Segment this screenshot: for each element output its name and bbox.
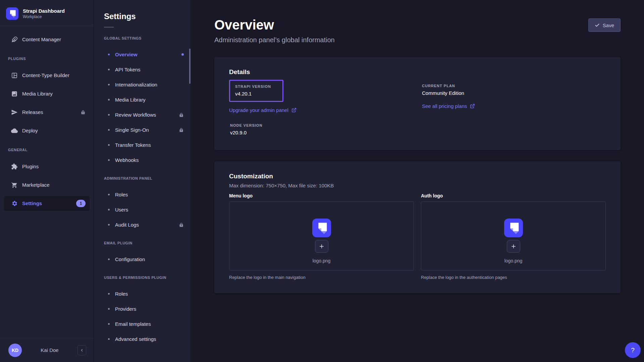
sidebar-section-header: PLUGINS	[8, 55, 86, 62]
avatar[interactable]: KD	[8, 344, 22, 357]
settings-nav-item-review-workflows[interactable]: Review Workflows	[94, 107, 191, 122]
settings-nav-item-configuration[interactable]: Configuration	[94, 252, 191, 267]
add-menu-logo-button[interactable]	[315, 240, 328, 253]
settings-nav-item-users[interactable]: Users	[94, 202, 191, 217]
bullet-icon	[108, 114, 110, 116]
customization-card-title: Customization	[229, 173, 606, 180]
sidebar-item-label: Media Library	[22, 91, 53, 97]
customization-card-subtitle: Max dimension: 750×750, Max file size: 1…	[229, 183, 606, 188]
sidebar-item-content-type-builder[interactable]: Content-Type Builder	[4, 68, 90, 83]
upgrade-link-label: Upgrade your admin panel	[229, 107, 288, 113]
subnav-scrollbar-thumb[interactable]	[189, 49, 191, 84]
settings-nav-item-single-sign-on[interactable]: Single Sign-On	[94, 122, 191, 137]
page-header: Overview Administration panel’s global i…	[214, 17, 621, 44]
sidebar-item-deploy[interactable]: Deploy	[4, 123, 90, 138]
app-root: Strapi Dashboard Workplace Content Manag…	[0, 0, 644, 362]
feather-icon	[11, 36, 18, 43]
strapi-version-highlight: STRAPI VERSION v4.20.1	[229, 80, 283, 102]
gear-icon	[11, 200, 18, 207]
settings-nav-item-label: Review Workflows	[115, 112, 156, 118]
table-row: Content Manager	[0, 30, 94, 49]
settings-section-header: ADMINISTRATION PANEL	[104, 175, 180, 181]
settings-notification-badge: 1	[76, 200, 86, 207]
pricing-link-label: See all pricing plans	[422, 103, 467, 109]
settings-nav-item-transfer-tokens[interactable]: Transfer Tokens	[94, 137, 191, 153]
settings-nav-item-label: Audit Logs	[115, 222, 139, 228]
bullet-icon	[108, 258, 110, 260]
sidebar-item-content-manager[interactable]: Content Manager	[4, 32, 90, 47]
settings-nav-item-advanced-settings[interactable]: Advanced settings	[94, 331, 191, 347]
settings-nav-item-label: Roles	[115, 291, 128, 297]
settings-nav-item-label: Overview	[115, 52, 138, 57]
bullet-icon	[108, 293, 110, 295]
image-icon	[11, 90, 18, 97]
sidebar-item-label: Deploy	[22, 128, 38, 133]
help-button[interactable]: ?	[625, 342, 641, 358]
customization-card: Customization Max dimension: 750×750, Ma…	[214, 161, 621, 293]
menu-logo-upload-box[interactable]: logo.png	[229, 201, 414, 270]
settings-nav-item-label: Media Library	[115, 97, 146, 103]
bullet-icon	[108, 144, 110, 146]
pricing-plans-link[interactable]: See all pricing plans	[422, 103, 475, 109]
workspace-brand[interactable]: Strapi Dashboard Workplace	[0, 0, 94, 26]
settings-nav-item-api-tokens[interactable]: API Tokens	[94, 62, 191, 77]
settings-nav-item-roles[interactable]: Roles	[94, 286, 191, 301]
settings-nav-item-label: Configuration	[115, 256, 145, 262]
strapi-version-label: STRAPI VERSION	[235, 84, 271, 88]
bullet-icon	[108, 84, 110, 85]
bullet-icon	[108, 224, 110, 226]
table-row: Media Library	[0, 84, 94, 103]
settings-section-header: EMAIL PLUGIN	[104, 240, 180, 246]
settings-nav-item-media-library[interactable]: Media Library	[94, 92, 191, 107]
table-row: Plugins	[0, 157, 94, 176]
sidebar-section-header: GENERAL	[8, 146, 86, 153]
settings-nav-item-label: Email templates	[115, 321, 151, 327]
main-sidebar: Strapi Dashboard Workplace Content Manag…	[0, 0, 94, 362]
sidebar-footer: KD Kai Doe	[0, 338, 94, 362]
collapse-sidebar-button[interactable]	[77, 345, 86, 355]
sidebar-item-marketplace[interactable]: Marketplace	[4, 178, 90, 192]
bullet-icon	[108, 323, 110, 325]
settings-nav-title: Settings	[94, 0, 191, 21]
paper-plane-icon	[11, 109, 18, 116]
sidebar-item-label: Settings	[22, 200, 42, 206]
settings-nav-item-webhooks[interactable]: Webhooks	[94, 153, 191, 168]
bullet-icon	[108, 308, 110, 310]
menu-logo-caption: Replace the logo in the main navigation	[229, 275, 414, 280]
lock-icon	[179, 127, 184, 132]
settings-title-rule	[104, 27, 114, 27]
settings-section-header: USERS & PERMISSIONS PLUGIN	[104, 275, 180, 281]
settings-nav-item-internationalization[interactable]: Internationalization	[94, 77, 191, 92]
add-auth-logo-button[interactable]	[507, 240, 520, 253]
node-version-label: NODE VERSION	[230, 123, 422, 127]
settings-nav-item-overview[interactable]: Overview	[94, 47, 191, 62]
sidebar-item-plugins[interactable]: Plugins	[4, 159, 90, 174]
settings-nav-item-providers[interactable]: Providers	[94, 301, 191, 316]
menu-logo-filename: logo.png	[313, 258, 331, 263]
table-row: Deploy	[0, 121, 94, 140]
grid-icon	[11, 72, 18, 79]
details-right-column: CURRENT PLAN Community Edition See all p…	[422, 76, 606, 135]
main-nav-list: Content ManagerPLUGINSContent-Type Build…	[0, 26, 94, 338]
settings-nav-item-audit-logs[interactable]: Audit Logs	[94, 217, 191, 232]
sidebar-item-media-library[interactable]: Media Library	[4, 86, 90, 101]
upgrade-admin-panel-link[interactable]: Upgrade your admin panel	[229, 107, 297, 113]
auth-logo-upload-box[interactable]: logo.png	[421, 201, 606, 270]
settings-nav-item-label: Providers	[115, 306, 136, 312]
save-button[interactable]: Save	[588, 18, 621, 32]
menu-logo-label: Menu logo	[229, 193, 414, 198]
details-card: Details STRAPI VERSION v4.20.1 Upgrade y…	[214, 57, 621, 150]
bullet-icon	[108, 194, 110, 195]
settings-nav-item-roles[interactable]: Roles	[94, 187, 191, 202]
settings-nav-item-label: Webhooks	[115, 157, 139, 163]
main-content: Overview Administration panel’s global i…	[191, 0, 644, 362]
current-plan-field: CURRENT PLAN Community Edition	[422, 84, 606, 96]
settings-subnav: Settings GLOBAL SETTINGSOverviewAPI Toke…	[94, 0, 191, 362]
bullet-icon	[108, 69, 110, 70]
sidebar-item-releases[interactable]: Releases	[4, 105, 90, 120]
table-row: Content-Type Builder	[0, 66, 94, 84]
settings-nav-item-email-templates[interactable]: Email templates	[94, 316, 191, 331]
sidebar-item-settings[interactable]: Settings1	[4, 196, 90, 211]
notification-dot	[181, 53, 184, 56]
sidebar-item-label: Marketplace	[22, 182, 50, 188]
